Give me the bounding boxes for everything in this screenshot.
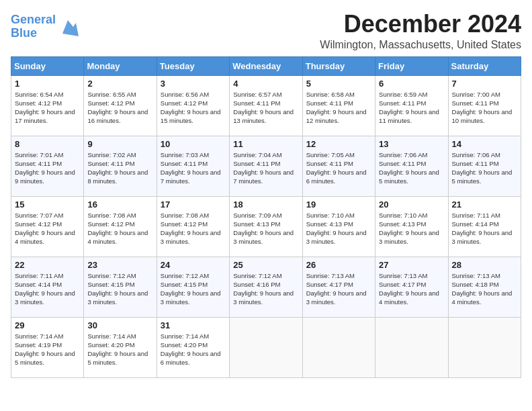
day-number: 29 bbox=[15, 320, 80, 330]
day-info: Sunrise: 7:02 AM Sunset: 4:11 PM Dayligh… bbox=[87, 150, 152, 186]
col-saturday: Saturday bbox=[448, 56, 521, 75]
col-monday: Monday bbox=[84, 56, 157, 75]
day-number: 5 bbox=[306, 79, 371, 89]
table-row: 3 Sunrise: 6:56 AM Sunset: 4:12 PM Dayli… bbox=[157, 75, 229, 136]
table-row: 14 Sunrise: 7:06 AM Sunset: 4:11 PM Dayl… bbox=[448, 136, 521, 196]
table-row: 10 Sunrise: 7:03 AM Sunset: 4:11 PM Dayl… bbox=[157, 136, 229, 196]
table-row: 6 Sunrise: 6:59 AM Sunset: 4:11 PM Dayli… bbox=[375, 75, 448, 136]
day-number: 27 bbox=[379, 260, 444, 270]
day-number: 10 bbox=[161, 139, 226, 149]
calendar-week: 22 Sunrise: 7:11 AM Sunset: 4:14 PM Dayl… bbox=[11, 257, 521, 317]
day-number: 1 bbox=[15, 79, 80, 89]
day-info: Sunrise: 7:12 AM Sunset: 4:15 PM Dayligh… bbox=[161, 271, 226, 307]
day-info: Sunrise: 6:54 AM Sunset: 4:12 PM Dayligh… bbox=[15, 90, 80, 126]
day-number: 15 bbox=[15, 199, 80, 210]
logo: General Blue bbox=[11, 13, 79, 40]
day-number: 13 bbox=[379, 139, 444, 149]
table-row: 18 Sunrise: 7:09 AM Sunset: 4:13 PM Dayl… bbox=[230, 196, 302, 257]
day-info: Sunrise: 7:06 AM Sunset: 4:11 PM Dayligh… bbox=[379, 150, 444, 186]
col-sunday: Sunday bbox=[11, 56, 84, 75]
day-number: 16 bbox=[87, 199, 152, 210]
header: General Blue December 2024 Wilmington, M… bbox=[11, 11, 521, 51]
day-number: 17 bbox=[161, 199, 226, 210]
col-tuesday: Tuesday bbox=[157, 56, 229, 75]
table-row: 19 Sunrise: 7:10 AM Sunset: 4:13 PM Dayl… bbox=[302, 196, 375, 257]
day-number: 30 bbox=[87, 320, 152, 330]
day-number: 6 bbox=[379, 79, 444, 89]
table-row: 2 Sunrise: 6:55 AM Sunset: 4:12 PM Dayli… bbox=[84, 75, 157, 136]
day-info: Sunrise: 7:14 AM Sunset: 4:20 PM Dayligh… bbox=[87, 332, 152, 367]
day-info: Sunrise: 7:09 AM Sunset: 4:13 PM Dayligh… bbox=[233, 211, 298, 246]
day-number: 31 bbox=[161, 320, 226, 330]
table-row: 12 Sunrise: 7:05 AM Sunset: 4:11 PM Dayl… bbox=[302, 136, 375, 196]
header-row: Sunday Monday Tuesday Wednesday Thursday… bbox=[11, 56, 521, 75]
table-row: 9 Sunrise: 7:02 AM Sunset: 4:11 PM Dayli… bbox=[84, 136, 157, 196]
day-number: 7 bbox=[452, 79, 517, 89]
table-row: 26 Sunrise: 7:13 AM Sunset: 4:17 PM Dayl… bbox=[302, 257, 375, 317]
day-number: 23 bbox=[87, 260, 152, 270]
day-info: Sunrise: 7:01 AM Sunset: 4:11 PM Dayligh… bbox=[15, 150, 80, 186]
col-thursday: Thursday bbox=[302, 56, 375, 75]
day-number: 26 bbox=[306, 260, 371, 270]
day-info: Sunrise: 7:08 AM Sunset: 4:12 PM Dayligh… bbox=[87, 211, 152, 246]
day-info: Sunrise: 7:10 AM Sunset: 4:13 PM Dayligh… bbox=[306, 211, 371, 246]
title-area: December 2024 Wilmington, Massachusetts,… bbox=[320, 11, 521, 51]
empty-cell bbox=[448, 317, 521, 377]
empty-cell bbox=[230, 317, 302, 377]
day-info: Sunrise: 6:55 AM Sunset: 4:12 PM Dayligh… bbox=[87, 90, 152, 126]
day-info: Sunrise: 6:59 AM Sunset: 4:11 PM Dayligh… bbox=[379, 90, 444, 126]
day-info: Sunrise: 7:12 AM Sunset: 4:15 PM Dayligh… bbox=[87, 271, 152, 307]
day-info: Sunrise: 6:57 AM Sunset: 4:11 PM Dayligh… bbox=[233, 90, 298, 126]
table-row: 24 Sunrise: 7:12 AM Sunset: 4:15 PM Dayl… bbox=[157, 257, 229, 317]
day-number: 25 bbox=[233, 260, 298, 270]
table-row: 5 Sunrise: 6:58 AM Sunset: 4:11 PM Dayli… bbox=[302, 75, 375, 136]
calendar-week: 1 Sunrise: 6:54 AM Sunset: 4:12 PM Dayli… bbox=[11, 75, 521, 136]
table-row: 28 Sunrise: 7:13 AM Sunset: 4:18 PM Dayl… bbox=[448, 257, 521, 317]
table-row: 16 Sunrise: 7:08 AM Sunset: 4:12 PM Dayl… bbox=[84, 196, 157, 257]
day-number: 3 bbox=[161, 79, 226, 89]
day-info: Sunrise: 7:13 AM Sunset: 4:17 PM Dayligh… bbox=[306, 271, 371, 307]
day-number: 24 bbox=[161, 260, 226, 270]
table-row: 30 Sunrise: 7:14 AM Sunset: 4:20 PM Dayl… bbox=[84, 317, 157, 377]
table-row: 27 Sunrise: 7:13 AM Sunset: 4:17 PM Dayl… bbox=[375, 257, 448, 317]
table-row: 1 Sunrise: 6:54 AM Sunset: 4:12 PM Dayli… bbox=[11, 75, 84, 136]
logo-text: General bbox=[11, 13, 56, 27]
day-number: 12 bbox=[306, 139, 371, 149]
table-row: 15 Sunrise: 7:07 AM Sunset: 4:12 PM Dayl… bbox=[11, 196, 84, 257]
day-info: Sunrise: 7:07 AM Sunset: 4:12 PM Dayligh… bbox=[15, 211, 80, 246]
day-info: Sunrise: 7:14 AM Sunset: 4:19 PM Dayligh… bbox=[15, 332, 80, 367]
day-number: 20 bbox=[379, 199, 444, 210]
day-number: 8 bbox=[15, 139, 80, 149]
calendar-week: 29 Sunrise: 7:14 AM Sunset: 4:19 PM Dayl… bbox=[11, 317, 521, 377]
table-row: 22 Sunrise: 7:11 AM Sunset: 4:14 PM Dayl… bbox=[11, 257, 84, 317]
table-row: 4 Sunrise: 6:57 AM Sunset: 4:11 PM Dayli… bbox=[230, 75, 302, 136]
day-number: 9 bbox=[87, 139, 152, 149]
day-number: 19 bbox=[306, 199, 371, 210]
day-info: Sunrise: 7:11 AM Sunset: 4:14 PM Dayligh… bbox=[15, 271, 80, 307]
col-wednesday: Wednesday bbox=[230, 56, 302, 75]
logo-text2: Blue bbox=[11, 27, 56, 40]
day-info: Sunrise: 6:56 AM Sunset: 4:12 PM Dayligh… bbox=[161, 90, 226, 126]
table-row: 8 Sunrise: 7:01 AM Sunset: 4:11 PM Dayli… bbox=[11, 136, 84, 196]
day-info: Sunrise: 7:12 AM Sunset: 4:16 PM Dayligh… bbox=[233, 271, 298, 307]
svg-marker-0 bbox=[62, 20, 79, 36]
table-row: 23 Sunrise: 7:12 AM Sunset: 4:15 PM Dayl… bbox=[84, 257, 157, 317]
table-row: 20 Sunrise: 7:10 AM Sunset: 4:13 PM Dayl… bbox=[375, 196, 448, 257]
day-info: Sunrise: 7:13 AM Sunset: 4:18 PM Dayligh… bbox=[452, 271, 517, 307]
day-number: 4 bbox=[233, 79, 298, 89]
day-number: 2 bbox=[87, 79, 152, 89]
calendar-week: 15 Sunrise: 7:07 AM Sunset: 4:12 PM Dayl… bbox=[11, 196, 521, 257]
empty-cell bbox=[302, 317, 375, 377]
table-row: 25 Sunrise: 7:12 AM Sunset: 4:16 PM Dayl… bbox=[230, 257, 302, 317]
day-number: 22 bbox=[15, 260, 80, 270]
day-info: Sunrise: 7:06 AM Sunset: 4:11 PM Dayligh… bbox=[452, 150, 517, 186]
table-row: 11 Sunrise: 7:04 AM Sunset: 4:11 PM Dayl… bbox=[230, 136, 302, 196]
day-info: Sunrise: 7:08 AM Sunset: 4:12 PM Dayligh… bbox=[161, 211, 226, 246]
calendar-table: Sunday Monday Tuesday Wednesday Thursday… bbox=[11, 56, 521, 378]
day-info: Sunrise: 7:05 AM Sunset: 4:11 PM Dayligh… bbox=[306, 150, 371, 186]
table-row: 13 Sunrise: 7:06 AM Sunset: 4:11 PM Dayl… bbox=[375, 136, 448, 196]
calendar-week: 8 Sunrise: 7:01 AM Sunset: 4:11 PM Dayli… bbox=[11, 136, 521, 196]
day-info: Sunrise: 7:03 AM Sunset: 4:11 PM Dayligh… bbox=[161, 150, 226, 186]
day-number: 18 bbox=[233, 199, 298, 210]
table-row: 31 Sunrise: 7:14 AM Sunset: 4:20 PM Dayl… bbox=[157, 317, 229, 377]
